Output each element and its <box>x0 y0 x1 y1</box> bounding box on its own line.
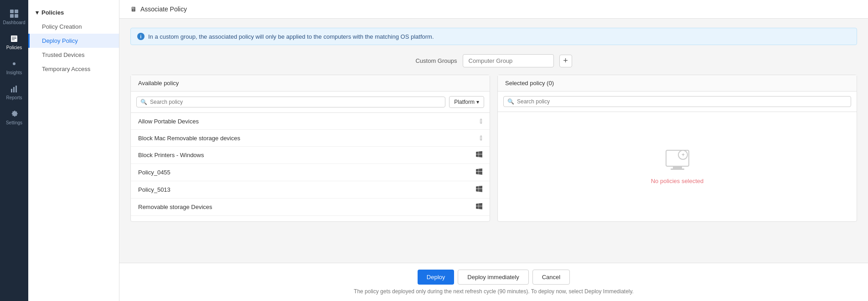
sidebar-label-insights: Insights <box>6 70 22 75</box>
page-title: Associate Policy <box>140 5 187 13</box>
sidebar-item-dashboard[interactable]: Dashboard <box>0 5 28 30</box>
empty-monitor-icon: + <box>664 149 691 172</box>
content-area: i In a custom group, the associated poli… <box>119 19 868 263</box>
policy-list-item[interactable]: Block Printers - Windows <box>131 147 490 164</box>
windows-icon <box>476 203 482 211</box>
chevron-down-icon: ▾ <box>476 99 479 105</box>
windows-icon <box>476 151 482 159</box>
info-banner: i In a custom group, the associated poli… <box>130 28 857 45</box>
add-computer-group-button[interactable]: + <box>559 55 572 67</box>
selected-policy-search-input[interactable] <box>517 98 847 105</box>
platform-filter-button[interactable]: Platform ▾ <box>449 96 484 108</box>
selected-policy-header: Selected policy (0) <box>498 75 857 92</box>
available-policy-search-wrap: 🔍 <box>136 97 445 107</box>
svg-rect-10 <box>671 168 684 170</box>
available-policy-panel: Available policy 🔍 Platform ▾ Allow Port… <box>130 75 490 222</box>
svg-point-4 <box>13 62 16 65</box>
nav-section-label: Policies <box>41 9 64 16</box>
policy-list-item[interactable]: Policy_5013 <box>131 181 490 199</box>
svg-text:+: + <box>682 152 685 158</box>
deploy-immediately-button[interactable]: Deploy immediately <box>458 270 528 285</box>
svg-rect-0 <box>10 10 14 13</box>
nav-panel: ▾ Policies Policy Creation Deploy Policy… <box>28 0 119 301</box>
sidebar-label-policies: Policies <box>6 45 22 50</box>
selected-policy-search-wrap: 🔍 <box>503 96 851 107</box>
main-content: 🖥 Associate Policy i In a custom group, … <box>119 0 868 301</box>
policy-list-item[interactable]: Removable storage Devices <box>131 199 490 216</box>
chevron-down-icon: ▾ <box>36 9 39 16</box>
windows-icon <box>476 186 482 194</box>
sidebar-label-dashboard: Dashboard <box>3 20 26 25</box>
available-policy-search-row: 🔍 Platform ▾ <box>131 92 490 113</box>
apple-icon:  <box>480 117 482 125</box>
nav-item-trusted-devices[interactable]: Trusted Devices <box>28 48 119 62</box>
policy-list-item[interactable]: Allow Portable Devices  <box>131 113 490 130</box>
available-policy-header: Available policy <box>131 75 490 92</box>
svg-rect-9 <box>673 166 682 168</box>
nav-item-deploy-policy[interactable]: Deploy Policy <box>28 34 119 48</box>
selected-policy-panel: Selected policy (0) 🔍 + <box>497 75 857 222</box>
search-icon: 🔍 <box>507 98 514 105</box>
nav-item-temporary-access[interactable]: Temporary Access <box>28 62 119 76</box>
svg-rect-1 <box>15 10 18 13</box>
svg-rect-3 <box>15 14 18 18</box>
footer-note: The policy gets deployed only during the… <box>354 288 634 295</box>
svg-rect-2 <box>10 14 14 18</box>
sidebar-label-settings: Settings <box>6 120 22 125</box>
empty-state-text: No policies selected <box>651 178 704 184</box>
sidebar-item-insights[interactable]: Insights <box>0 55 28 80</box>
sidebar-label-reports: Reports <box>6 95 22 100</box>
policy-list-item[interactable]: Block Mac Removable storage devices  <box>131 130 490 147</box>
nav-item-policy-creation[interactable]: Policy Creation <box>28 20 119 34</box>
page-footer: Deploy Deploy immediately Cancel The pol… <box>119 263 868 301</box>
page-header: 🖥 Associate Policy <box>119 0 868 19</box>
nav-section-policies[interactable]: ▾ Policies <box>28 5 119 20</box>
available-policy-list: Allow Portable Devices  Block Mac Remov… <box>131 113 490 216</box>
sidebar: Dashboard Policies Insights Reports Sett… <box>0 0 28 301</box>
svg-rect-6 <box>13 87 15 92</box>
deploy-button[interactable]: Deploy <box>418 270 454 285</box>
windows-icon <box>476 168 482 176</box>
sidebar-item-settings[interactable]: Settings <box>0 105 28 130</box>
info-banner-text: In a custom group, the associated policy… <box>148 33 434 40</box>
apple-icon:  <box>480 134 482 142</box>
computer-group-input[interactable] <box>463 54 554 67</box>
page-header-icon: 🖥 <box>130 5 137 13</box>
search-icon: 🔍 <box>140 99 147 105</box>
svg-rect-7 <box>16 86 17 92</box>
sidebar-item-reports[interactable]: Reports <box>0 80 28 105</box>
sidebar-item-policies[interactable]: Policies <box>0 30 28 55</box>
svg-rect-5 <box>11 89 12 92</box>
empty-state: + No policies selected <box>498 112 857 221</box>
available-policy-search-input[interactable] <box>150 99 441 105</box>
policy-list-item[interactable]: Policy_0455 <box>131 164 490 181</box>
info-icon: i <box>137 33 145 40</box>
custom-groups-row: Custom Groups + <box>130 54 857 67</box>
custom-groups-label: Custom Groups <box>415 57 457 64</box>
policy-panels: Available policy 🔍 Platform ▾ Allow Port… <box>130 75 857 222</box>
cancel-button[interactable]: Cancel <box>532 270 570 285</box>
selected-policy-search-row: 🔍 <box>498 92 857 112</box>
footer-buttons: Deploy Deploy immediately Cancel <box>418 270 570 285</box>
